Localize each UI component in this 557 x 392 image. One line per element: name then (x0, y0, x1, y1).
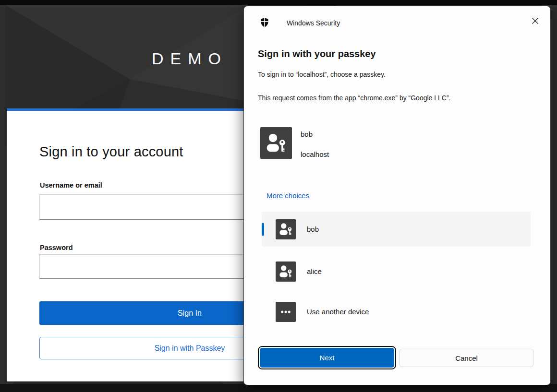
dialog-heading: Sign in with your passkey (258, 48, 376, 59)
passkey-user-icon (260, 127, 292, 159)
windows-security-dialog: Windows Security Sign in with your passk… (243, 6, 551, 385)
passkey-choice-alice[interactable]: alice (262, 254, 531, 289)
ellipsis-icon (276, 302, 296, 322)
windows-security-shield-icon (259, 17, 270, 28)
close-icon (532, 17, 539, 24)
credential-relying-party: localhost (301, 150, 329, 158)
login-heading: Sign in to your account (39, 144, 183, 160)
dialog-subtitle: To sign in to “localhost”, choose a pass… (258, 71, 386, 78)
credential-name: bob (301, 130, 313, 138)
choice-label: Use another device (307, 308, 369, 316)
use-another-device-choice[interactable]: Use another device (262, 294, 531, 329)
next-button[interactable]: Next (260, 348, 394, 368)
dialog-origin-note: This request comes from the app “chrome.… (258, 94, 451, 102)
dialog-title: Windows Security (287, 19, 340, 27)
selection-indicator (262, 223, 264, 236)
passkey-choice-bob[interactable]: bob (262, 212, 531, 247)
password-label: Password (40, 244, 73, 251)
choice-label: alice (307, 267, 322, 275)
passkey-user-icon (276, 261, 296, 282)
more-choices-link[interactable]: More choices (266, 191, 309, 200)
choice-label: bob (307, 225, 319, 233)
close-button[interactable] (525, 13, 545, 28)
cancel-button[interactable]: Cancel (400, 349, 533, 367)
username-label: Username or email (40, 181, 102, 189)
passkey-user-icon (276, 219, 296, 239)
